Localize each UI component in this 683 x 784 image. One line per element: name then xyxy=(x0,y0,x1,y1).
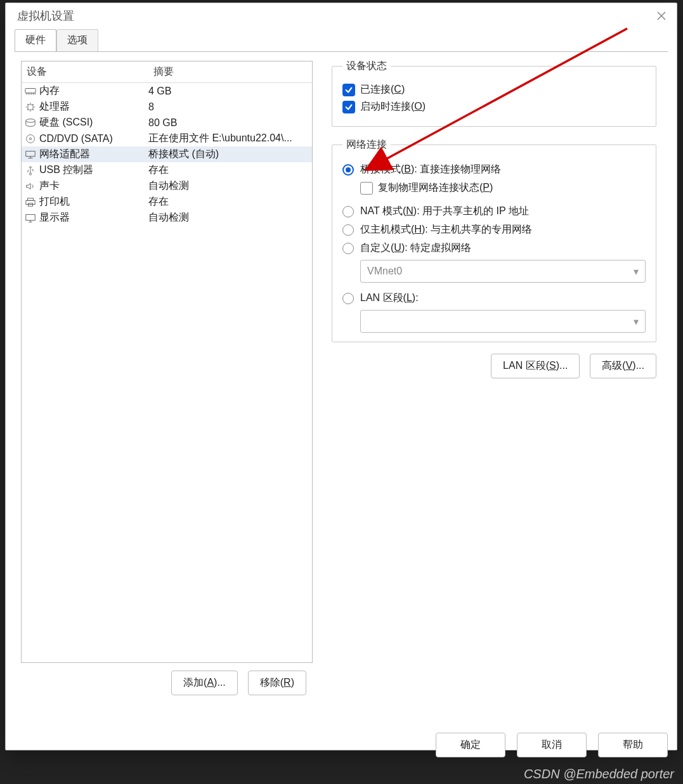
table-row[interactable]: 网络适配器桥接模式 (自动) xyxy=(22,146,312,162)
vm-settings-dialog: 虚拟机设置 硬件 选项 设备 摘要 内存4 GB处理器8硬盘 (SCSI)80 … xyxy=(5,3,677,750)
device-summary: 自动检测 xyxy=(148,179,309,193)
dialog-title: 虚拟机设置 xyxy=(17,8,654,23)
close-icon[interactable] xyxy=(654,8,669,23)
tab-hardware[interactable]: 硬件 xyxy=(15,29,56,52)
device-summary: 自动检测 xyxy=(148,211,309,224)
device-summary: 存在 xyxy=(148,195,309,209)
titlebar: 虚拟机设置 xyxy=(6,3,677,29)
table-row[interactable]: 打印机存在 xyxy=(22,194,312,210)
device-name: 打印机 xyxy=(39,195,70,209)
device-name: CD/DVD (SATA) xyxy=(39,133,113,145)
device-summary: 4 GB xyxy=(148,86,309,97)
remove-button[interactable]: 移除(R) xyxy=(248,671,306,695)
table-row[interactable]: CD/DVD (SATA)正在使用文件 E:\ubuntu22.04\... xyxy=(22,131,312,146)
watermark: CSDN @Embedded porter xyxy=(524,767,674,781)
check-connected-row[interactable]: 已连接(C) xyxy=(342,83,646,96)
device-name: 声卡 xyxy=(39,179,60,193)
right-extra-buttons: LAN 区段(S)... 高级(V)... xyxy=(332,354,656,378)
device-table-header: 设备 摘要 xyxy=(22,61,312,83)
device-name: 硬盘 (SCSI) xyxy=(39,116,93,129)
table-row[interactable]: 声卡自动检测 xyxy=(22,178,312,194)
check-replicate-row[interactable]: 复制物理网络连接状态(P) xyxy=(360,181,646,195)
device-summary: 80 GB xyxy=(148,117,309,129)
chevron-down-icon: ▾ xyxy=(634,316,639,328)
hardware-list-column: 设备 摘要 内存4 GB处理器8硬盘 (SCSI)80 GBCD/DVD (SA… xyxy=(15,52,319,660)
radio-lanseg xyxy=(342,293,354,304)
svg-rect-5 xyxy=(26,151,35,156)
radio-lanseg-row[interactable]: LAN 区段(L):: xyxy=(342,292,646,305)
table-row[interactable]: 显示器自动检测 xyxy=(22,210,312,226)
radio-lanseg-label: LAN 区段(L):: xyxy=(360,292,419,305)
radio-nat-label: NAT 模式(N): 用于共享主机的 IP 地址 xyxy=(360,205,529,218)
svg-rect-8 xyxy=(26,200,35,204)
radio-nat xyxy=(342,206,354,217)
col-summary: 摘要 xyxy=(148,61,312,82)
check-connected-box xyxy=(342,84,355,96)
table-row[interactable]: 处理器8 xyxy=(22,99,312,115)
svg-point-4 xyxy=(29,138,31,139)
chevron-down-icon: ▾ xyxy=(634,266,639,278)
cancel-button[interactable]: 取消 xyxy=(517,733,587,757)
cpu-icon xyxy=(24,101,37,113)
check-poweron-label: 启动时连接(O) xyxy=(360,100,426,113)
usb-icon xyxy=(24,164,37,177)
radio-custom xyxy=(342,243,354,254)
device-summary: 正在使用文件 E:\ubuntu22.04\... xyxy=(148,132,309,145)
group-network-connection: 网络连接 桥接模式(B): 直接连接物理网络 复制物理网络连接状态(P) xyxy=(332,138,656,342)
device-table: 设备 摘要 内存4 GB处理器8硬盘 (SCSI)80 GBCD/DVD (SA… xyxy=(21,61,313,663)
tab-options-label: 选项 xyxy=(67,34,88,45)
custom-vmnet-value: VMnet0 xyxy=(367,266,402,277)
printer-icon xyxy=(24,196,37,209)
radio-custom-label: 自定义(U): 特定虚拟网络 xyxy=(360,241,471,255)
tabstrip: 硬件 选项 xyxy=(6,29,677,51)
table-row[interactable]: 内存4 GB xyxy=(22,83,312,99)
panel: 设备 摘要 内存4 GB处理器8硬盘 (SCSI)80 GBCD/DVD (SA… xyxy=(15,51,668,714)
lanseg-select[interactable]: ▾ xyxy=(360,310,646,333)
advanced-button[interactable]: 高级(V)... xyxy=(590,354,656,378)
device-table-body: 内存4 GB处理器8硬盘 (SCSI)80 GBCD/DVD (SATA)正在使… xyxy=(22,83,312,226)
device-name: 显示器 xyxy=(39,211,70,224)
table-row[interactable]: 硬盘 (SCSI)80 GB xyxy=(22,115,312,131)
check-replicate-box xyxy=(360,182,373,195)
radio-hostonly xyxy=(342,224,354,236)
radio-custom-row[interactable]: 自定义(U): 特定虚拟网络 xyxy=(342,241,646,255)
radio-hostonly-row[interactable]: 仅主机模式(H): 与主机共享的专用网络 xyxy=(342,223,646,236)
help-button[interactable]: 帮助 xyxy=(598,733,668,757)
svg-rect-0 xyxy=(25,88,36,93)
svg-rect-7 xyxy=(28,198,34,200)
device-summary: 8 xyxy=(148,101,309,113)
radio-nat-row[interactable]: NAT 模式(N): 用于共享主机的 IP 地址 xyxy=(342,205,646,218)
cd-icon xyxy=(24,132,37,145)
device-name: 网络适配器 xyxy=(39,148,90,161)
svg-rect-1 xyxy=(28,105,33,110)
table-row[interactable]: USB 控制器存在 xyxy=(22,162,312,178)
custom-vmnet-select[interactable]: VMnet0 ▾ xyxy=(360,260,646,283)
radio-bridged xyxy=(342,164,354,176)
tab-options[interactable]: 选项 xyxy=(56,29,98,52)
dialog-footer-buttons: 确定 取消 帮助 xyxy=(436,733,668,757)
radio-hostonly-label: 仅主机模式(H): 与主机共享的专用网络 xyxy=(360,223,532,236)
device-name: 内存 xyxy=(39,84,60,98)
radio-bridged-label: 桥接模式(B): 直接连接物理网络 xyxy=(360,163,501,176)
check-connected-label: 已连接(C) xyxy=(360,83,405,96)
left-bottom-buttons: 添加(A)... 移除(R) xyxy=(21,663,313,695)
disk-icon xyxy=(24,117,37,129)
memory-icon xyxy=(24,85,37,98)
lan-segments-button[interactable]: LAN 区段(S)... xyxy=(491,354,580,378)
legend-network: 网络连接 xyxy=(342,138,391,151)
ok-button[interactable]: 确定 xyxy=(436,733,505,757)
device-summary: 桥接模式 (自动) xyxy=(148,148,309,161)
sound-icon xyxy=(24,180,37,193)
network-icon xyxy=(24,148,37,161)
device-detail-column: 设备状态 已连接(C) 启动时连接( xyxy=(319,52,668,660)
device-name: 处理器 xyxy=(39,100,70,113)
display-icon xyxy=(24,212,37,224)
radio-bridged-row[interactable]: 桥接模式(B): 直接连接物理网络 xyxy=(342,163,646,176)
check-replicate-label: 复制物理网络连接状态(P) xyxy=(378,181,493,195)
add-button[interactable]: 添加(A)... xyxy=(171,671,238,695)
tab-hardware-label: 硬件 xyxy=(25,34,46,45)
check-poweron-box xyxy=(342,101,355,113)
legend-device-status: 设备状态 xyxy=(342,60,391,73)
check-poweron-row[interactable]: 启动时连接(O) xyxy=(342,100,646,113)
svg-point-3 xyxy=(27,134,35,143)
